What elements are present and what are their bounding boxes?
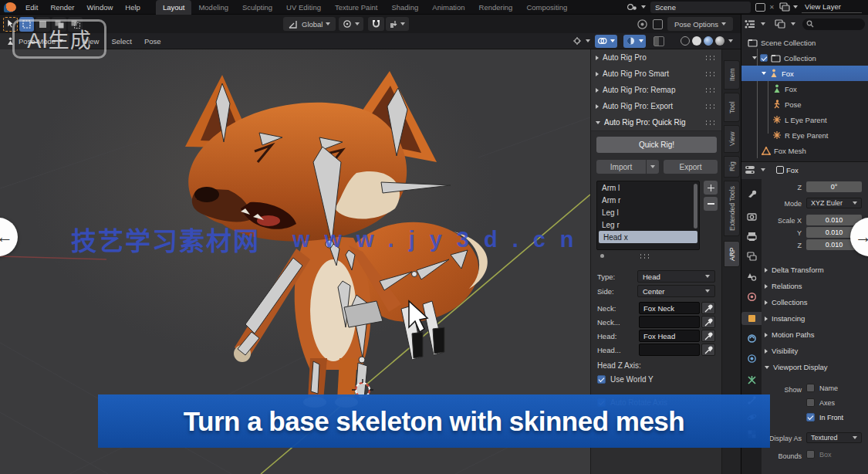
import-dropdown-button[interactable] [647,160,659,174]
display-as-dropdown[interactable]: Textured [806,432,862,443]
workspace-tab-sculpting[interactable]: Sculpting [235,0,279,15]
workspace-tab-uv-editing[interactable]: UV Editing [279,0,328,15]
list-grip-icon[interactable] [639,253,651,259]
head-field[interactable]: Fox Head [639,330,700,342]
collection-checkbox[interactable] [760,54,768,62]
menu-window[interactable]: Window [81,0,120,15]
new-scene-icon[interactable] [755,3,765,12]
scene-selector[interactable]: Scene [650,2,751,13]
tab-arp[interactable]: ARP [724,241,740,267]
panel-grip-icon[interactable] [704,120,717,125]
list-item[interactable]: Leg r [597,218,699,231]
tab-view-layer-icon[interactable] [745,250,758,263]
show-name-checkbox[interactable] [806,384,815,392]
xray-toggle[interactable] [623,35,646,48]
tab-armature-data-icon[interactable] [745,374,758,387]
show-name-row[interactable]: Name [806,384,838,392]
workspace-tab-modeling[interactable]: Modeling [191,0,235,15]
list-scrollbar[interactable] [694,184,697,229]
pose-options-dropdown[interactable]: Pose Options [667,17,733,31]
workspace-tab-rendering[interactable]: Rendering [472,0,520,15]
show-axes-row[interactable]: Axes [806,398,835,407]
show-overlays-toggle[interactable] [595,35,617,48]
import-button[interactable]: Import [596,160,646,174]
toggle-xray-box-icon[interactable] [654,36,664,46]
collapse-arrow-icon[interactable] [752,56,757,59]
outliner-row-collection[interactable]: Collection [741,50,868,66]
tab-world-icon[interactable] [745,290,758,303]
chevron-down-icon[interactable] [791,22,795,25]
show-in-front-row[interactable]: In Front [806,413,843,422]
shading-solid-button[interactable] [692,36,701,46]
panel-grip-icon[interactable] [704,103,717,109]
head-last-eyedropper-button[interactable] [701,344,715,356]
rotation-mode-dropdown[interactable]: XYZ Euler [806,198,862,208]
outliner-row-pose[interactable]: Pose [741,96,868,112]
head-last-field[interactable] [639,344,700,356]
panel-header-arp-remap[interactable]: Auto Rig Pro: Remap [591,82,721,99]
menu-edit[interactable]: Edit [19,0,44,15]
shading-material-button[interactable] [704,36,713,46]
outliner-row-fox-data[interactable]: Fox [741,81,868,96]
workspace-tab-texture-paint[interactable]: Texture Paint [328,0,384,15]
list-add-button[interactable] [704,181,718,195]
view-layer-field[interactable]: View Layer [802,1,862,13]
scale-x-field[interactable]: 0.010 [806,215,862,225]
bounds-row[interactable]: Box [806,450,832,459]
panel-grip-icon[interactable] [704,71,717,76]
tab-item[interactable]: Item [724,60,740,90]
outliner-filter-icon[interactable] [775,19,785,29]
panel-header-arp-quick-rig[interactable]: Auto Rig Pro: Quick Rig [591,114,721,131]
neck-field[interactable]: Fox Neck [639,302,700,314]
workspace-tab-animation[interactable]: Animation [425,0,471,15]
workspace-tab-layout[interactable]: Layout [156,0,192,15]
outliner-editor-icon[interactable] [745,19,755,29]
tab-render-icon[interactable] [745,210,758,223]
tab-rig[interactable]: Rig [724,156,740,178]
section-instancing[interactable]: Instancing [765,314,805,323]
panel-header-arp-smart[interactable]: Auto Rig Pro Smart [591,66,721,83]
properties-editor-icon[interactable] [745,165,755,174]
outliner-search-input[interactable] [802,19,865,30]
export-button[interactable]: Export [664,160,718,174]
panel-header-auto-rig-pro[interactable]: Auto Rig Pro [591,49,721,66]
side-dropdown[interactable]: Center [637,285,715,297]
panel-grip-icon[interactable] [704,55,717,60]
tab-view[interactable]: View [724,125,740,153]
workspace-tab-compositing[interactable]: Compositing [519,0,574,15]
section-delta-transform[interactable]: Delta Transform [765,266,824,274]
tab-tool[interactable]: Tool [724,93,740,122]
list-item-selected[interactable]: Head x [599,231,697,243]
use-world-y-row[interactable]: Use World Y [597,375,654,384]
section-visibility[interactable]: Visibility [765,347,798,355]
quick-rig-button[interactable]: Quick Rig! [596,137,717,153]
rotation-z-field[interactable]: 0° [806,181,862,192]
show-gizmo-dropdown[interactable] [572,36,590,46]
tab-extended-tools[interactable]: Extended Tools [724,181,740,236]
neck-eyedropper-button[interactable] [701,302,715,314]
in-front-checkbox[interactable] [806,413,815,422]
shading-wireframe-button[interactable] [681,36,690,46]
tab-scene-icon[interactable] [745,270,758,283]
panel-grip-icon[interactable] [704,87,717,93]
snap-settings-dropdown[interactable] [386,17,409,31]
tab-object-icon[interactable] [741,312,762,325]
chevron-down-icon[interactable] [761,22,765,25]
transform-orientation-dropdown[interactable]: Global [283,17,336,31]
shading-options-dropdown[interactable] [728,39,733,42]
section-motion-paths[interactable]: Motion Paths [765,330,814,339]
pivot-point-dropdown[interactable] [339,17,363,31]
tab-object-data-icon[interactable] [745,352,758,365]
menu-render[interactable]: Render [44,0,80,15]
list-remove-button[interactable] [704,197,718,211]
list-item[interactable]: Leg l [597,206,699,218]
use-world-y-checkbox[interactable] [597,375,606,384]
blender-icon[interactable] [4,2,16,12]
show-axes-checkbox[interactable] [806,398,815,407]
section-relations[interactable]: Relations [765,282,802,290]
tab-output-icon[interactable] [745,230,758,243]
panel-header-arp-export[interactable]: Auto Rig Pro: Export [591,98,721,115]
collapse-arrow-icon[interactable] [762,72,766,75]
section-viewport-display[interactable]: Viewport Display [765,363,828,371]
tab-tool-icon[interactable] [745,187,758,200]
